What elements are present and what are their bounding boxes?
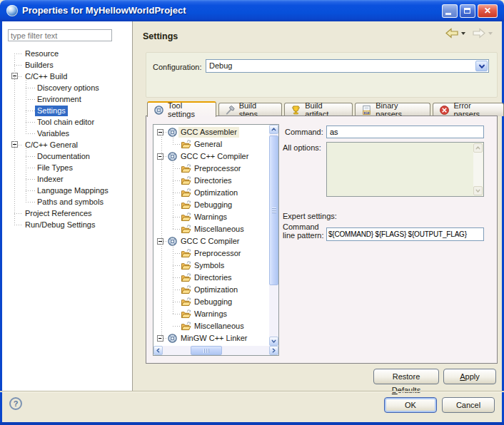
expander-minus-icon[interactable] xyxy=(157,129,163,135)
cancel-button[interactable]: Cancel xyxy=(442,397,495,413)
sidebar-item-run-debug-settings[interactable]: Run/Debug Settings xyxy=(2,219,131,230)
forward-arrow-icon[interactable] xyxy=(472,27,486,39)
sidebar-item-label: Resource xyxy=(23,48,61,59)
sidebar-item-label: Environment xyxy=(35,94,84,105)
window-border-bottom xyxy=(0,422,504,425)
scroll-left-icon[interactable] xyxy=(153,346,163,355)
tool-tree-item-optimization[interactable]: Optimization xyxy=(153,187,268,199)
sidebar-item-resource[interactable]: Resource xyxy=(2,48,131,59)
scroll-down-icon[interactable] xyxy=(269,337,278,346)
folder-icon xyxy=(181,321,191,332)
back-menu-caret-icon[interactable] xyxy=(461,32,465,35)
sidebar-item-discovery-options[interactable]: Discovery options xyxy=(2,82,131,93)
folder-icon xyxy=(181,272,191,283)
ok-button[interactable]: OK xyxy=(384,397,437,413)
tree-line xyxy=(14,53,15,225)
tool-tree-item-label: Miscellaneous xyxy=(192,224,246,235)
trophy-icon xyxy=(291,105,301,116)
tool-tree-item-label: GCC Assembler xyxy=(178,127,239,138)
back-arrow-icon[interactable] xyxy=(445,27,459,39)
sidebar-item-file-types[interactable]: File Types xyxy=(2,162,131,173)
vertical-scrollbar[interactable] xyxy=(269,125,278,346)
tool-tree-item-gcc-c-compiler[interactable]: GCC C++ Compiler xyxy=(153,150,268,163)
tool-tree-item-gcc-c-compiler[interactable]: GCC C Compiler xyxy=(153,235,268,247)
titlebar[interactable]: Properties for MyHellowWorldProject xyxy=(0,0,504,21)
sidebar-item-documentation[interactable]: Documentation xyxy=(2,150,131,162)
tool-tree-item-gcc-assembler[interactable]: GCC Assembler xyxy=(153,126,268,138)
configuration-value: Debug xyxy=(209,61,232,70)
tool-tree-item-debugging[interactable]: Debugging xyxy=(153,199,268,211)
command-line-pattern-input[interactable] xyxy=(326,227,484,241)
scrollbar-thumb[interactable] xyxy=(269,135,278,285)
command-input[interactable] xyxy=(326,126,484,138)
tool-tree-item-general[interactable]: General xyxy=(153,138,268,150)
expander-minus-icon[interactable] xyxy=(157,153,163,160)
tab-build-artifact[interactable]: Build artifact xyxy=(284,103,353,116)
tab-tool-settings[interactable]: Tool settings xyxy=(147,101,216,117)
tool-tree-item-label: Miscellaneous xyxy=(192,321,246,332)
tool-tree-item-label: Warnings xyxy=(192,309,229,319)
folder-icon xyxy=(181,224,191,235)
sidebar-item-c-c-build[interactable]: C/C++ Build xyxy=(2,71,131,82)
minimize-icon[interactable] xyxy=(442,4,458,18)
tool-tree-item-warnings[interactable]: Warnings xyxy=(153,211,268,223)
chevron-down-icon[interactable] xyxy=(475,61,488,71)
tool-tree-item-directories[interactable]: Directories xyxy=(153,175,268,187)
sidebar-item-environment[interactable]: Environment xyxy=(2,93,131,105)
sidebar-item-language-mappings[interactable]: Language Mappings xyxy=(2,185,131,196)
maximize-icon[interactable] xyxy=(460,4,475,18)
settings-tabbar: Tool settingsBuild stepsBuild artifact01… xyxy=(147,101,504,116)
tool-tree-item-miscellaneous[interactable]: Miscellaneous xyxy=(153,223,268,235)
tree-line xyxy=(173,135,173,145)
filter-input[interactable] xyxy=(8,29,112,41)
forward-menu-caret-icon[interactable] xyxy=(488,32,493,35)
tool-tree-item-preprocessor[interactable]: Preprocessor xyxy=(153,163,268,175)
sidebar-item-settings[interactable]: Settings xyxy=(2,105,131,116)
configuration-combo[interactable]: Debug xyxy=(206,59,489,73)
expander-minus-icon[interactable] xyxy=(157,238,163,245)
close-icon[interactable] xyxy=(478,4,498,18)
scroll-up-icon[interactable] xyxy=(269,125,278,134)
tool-tree-item-optimization[interactable]: Optimization xyxy=(153,284,268,296)
scroll-up-icon[interactable] xyxy=(473,143,483,153)
tool-tree-item-preprocessor[interactable]: Preprocessor xyxy=(153,247,268,260)
tool-tree-item-mingw-c-linker[interactable]: MinGW C++ Linker xyxy=(153,332,268,344)
sidebar-item-variables[interactable]: Variables xyxy=(2,128,131,139)
sidebar-item-c-c-general[interactable]: C/C++ General xyxy=(2,139,131,150)
tool-tree-item-label: Debugging xyxy=(192,297,234,307)
tool-tree-item-label: Optimization xyxy=(192,285,240,295)
all-options-textarea[interactable] xyxy=(326,142,484,197)
tab-binary-parsers[interactable]: 010Binary parsers xyxy=(355,103,430,116)
scroll-right-icon[interactable] xyxy=(269,346,278,355)
sidebar-item-project-references[interactable]: Project References xyxy=(2,208,131,219)
folder-icon xyxy=(181,260,191,271)
apply-button[interactable]: Apply xyxy=(443,369,496,384)
folder-icon xyxy=(181,248,191,259)
sidebar-item-builders[interactable]: Builders xyxy=(2,59,131,71)
tab-error-parsers[interactable]: Error parsers xyxy=(433,103,504,116)
sidebar-item-label: Settings xyxy=(35,106,68,116)
horizontal-scrollbar[interactable] xyxy=(153,346,278,355)
sidebar-item-tool-chain-editor[interactable]: Tool chain editor xyxy=(2,116,131,128)
error-icon xyxy=(439,105,450,116)
sidebar-item-paths-and-symbols[interactable]: Paths and symbols xyxy=(2,196,131,208)
scrollbar-thumb[interactable] xyxy=(191,346,222,355)
tool-tree-item-directories[interactable]: Directories xyxy=(153,272,268,284)
options-scrollbar[interactable] xyxy=(473,143,483,195)
tool-tree-item-debugging[interactable]: Debugging xyxy=(153,296,268,308)
tool-tree-item-symbols[interactable]: Symbols xyxy=(153,260,268,272)
scroll-down-icon[interactable] xyxy=(473,186,483,195)
help-icon[interactable]: ? xyxy=(9,397,22,410)
restore-defaults-button[interactable]: Restore Defaults xyxy=(373,369,439,384)
tool-tree-item-label: GCC C++ Compiler xyxy=(178,151,251,162)
tool-tree-item-warnings[interactable]: Warnings xyxy=(153,308,268,320)
tab-build-steps[interactable]: Build steps xyxy=(218,103,283,116)
page-title: Settings xyxy=(143,31,178,41)
expert-settings-label: Expert settings: xyxy=(283,212,337,220)
tool-tree-item-miscellaneous[interactable]: Miscellaneous xyxy=(153,320,268,332)
tool-tree-item-label: GCC C Compiler xyxy=(178,236,242,247)
tool-tree-item-label: Optimization xyxy=(192,188,240,198)
tool-tree-item-label: MinGW C++ Linker xyxy=(178,333,250,344)
sidebar-item-indexer[interactable]: Indexer xyxy=(2,173,131,185)
expander-minus-icon[interactable] xyxy=(157,335,163,342)
